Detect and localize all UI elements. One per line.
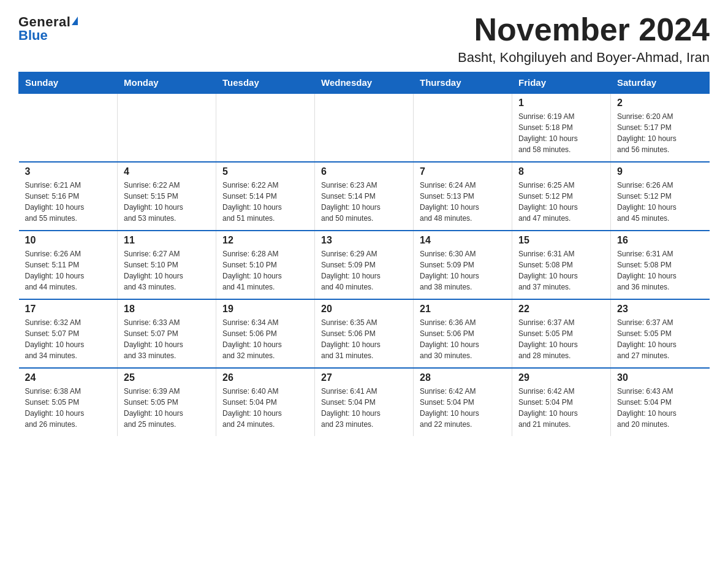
day-info: Sunrise: 6:22 AM Sunset: 5:14 PM Dayligh… bbox=[222, 180, 308, 224]
calendar-cell: 20Sunrise: 6:35 AM Sunset: 5:06 PM Dayli… bbox=[315, 299, 414, 368]
day-number: 19 bbox=[222, 304, 308, 315]
day-number: 1 bbox=[518, 98, 604, 109]
day-info: Sunrise: 6:35 AM Sunset: 5:06 PM Dayligh… bbox=[321, 317, 407, 361]
day-number: 25 bbox=[124, 372, 210, 383]
calendar-cell: 26Sunrise: 6:40 AM Sunset: 5:04 PM Dayli… bbox=[216, 368, 315, 436]
day-number: 17 bbox=[25, 304, 112, 315]
day-number: 21 bbox=[420, 304, 506, 315]
logo-triangle-icon bbox=[72, 17, 78, 25]
day-info: Sunrise: 6:37 AM Sunset: 5:05 PM Dayligh… bbox=[617, 317, 703, 361]
day-number: 29 bbox=[518, 372, 604, 383]
calendar-header: SundayMondayTuesdayWednesdayThursdayFrid… bbox=[19, 72, 710, 94]
day-info: Sunrise: 6:29 AM Sunset: 5:09 PM Dayligh… bbox=[321, 248, 407, 293]
page-title: November 2024 bbox=[458, 12, 710, 47]
day-info: Sunrise: 6:26 AM Sunset: 5:11 PM Dayligh… bbox=[25, 248, 112, 293]
calendar-cell: 29Sunrise: 6:42 AM Sunset: 5:04 PM Dayli… bbox=[512, 368, 611, 436]
calendar-cell: 22Sunrise: 6:37 AM Sunset: 5:05 PM Dayli… bbox=[512, 299, 611, 368]
day-info: Sunrise: 6:21 AM Sunset: 5:16 PM Dayligh… bbox=[25, 180, 112, 224]
day-info: Sunrise: 6:34 AM Sunset: 5:06 PM Dayligh… bbox=[222, 317, 308, 361]
calendar-cell: 24Sunrise: 6:38 AM Sunset: 5:05 PM Dayli… bbox=[19, 368, 118, 436]
calendar-cell bbox=[118, 93, 216, 162]
day-number: 23 bbox=[617, 304, 703, 315]
day-number: 2 bbox=[617, 98, 703, 109]
weekday-header-wednesday: Wednesday bbox=[315, 72, 414, 94]
weekday-header-row: SundayMondayTuesdayWednesdayThursdayFrid… bbox=[19, 72, 710, 94]
calendar-cell bbox=[19, 93, 118, 162]
page-header: General Blue November 2024 Basht, Kohgil… bbox=[18, 12, 710, 66]
calendar-cell: 25Sunrise: 6:39 AM Sunset: 5:05 PM Dayli… bbox=[118, 368, 216, 436]
day-info: Sunrise: 6:31 AM Sunset: 5:08 PM Dayligh… bbox=[617, 248, 703, 293]
calendar-cell bbox=[315, 93, 414, 162]
week-row-5: 24Sunrise: 6:38 AM Sunset: 5:05 PM Dayli… bbox=[19, 368, 710, 436]
calendar-cell: 5Sunrise: 6:22 AM Sunset: 5:14 PM Daylig… bbox=[216, 162, 315, 231]
calendar-cell: 30Sunrise: 6:43 AM Sunset: 5:04 PM Dayli… bbox=[611, 368, 710, 436]
day-info: Sunrise: 6:22 AM Sunset: 5:15 PM Dayligh… bbox=[124, 180, 210, 224]
day-number: 16 bbox=[617, 235, 703, 246]
calendar-cell bbox=[216, 93, 315, 162]
calendar-cell: 21Sunrise: 6:36 AM Sunset: 5:06 PM Dayli… bbox=[414, 299, 512, 368]
calendar-table: SundayMondayTuesdayWednesdayThursdayFrid… bbox=[18, 72, 710, 436]
day-number: 14 bbox=[420, 235, 506, 246]
week-row-4: 17Sunrise: 6:32 AM Sunset: 5:07 PM Dayli… bbox=[19, 299, 710, 368]
day-info: Sunrise: 6:26 AM Sunset: 5:12 PM Dayligh… bbox=[617, 180, 703, 224]
logo: General Blue bbox=[18, 12, 78, 42]
week-row-2: 3Sunrise: 6:21 AM Sunset: 5:16 PM Daylig… bbox=[19, 162, 710, 231]
day-info: Sunrise: 6:36 AM Sunset: 5:06 PM Dayligh… bbox=[420, 317, 506, 361]
day-info: Sunrise: 6:24 AM Sunset: 5:13 PM Dayligh… bbox=[420, 180, 506, 224]
weekday-header-saturday: Saturday bbox=[611, 72, 710, 94]
day-number: 5 bbox=[222, 166, 308, 177]
calendar-cell: 3Sunrise: 6:21 AM Sunset: 5:16 PM Daylig… bbox=[19, 162, 118, 231]
day-info: Sunrise: 6:23 AM Sunset: 5:14 PM Dayligh… bbox=[321, 180, 407, 224]
day-number: 10 bbox=[25, 235, 112, 246]
day-number: 15 bbox=[518, 235, 604, 246]
day-info: Sunrise: 6:33 AM Sunset: 5:07 PM Dayligh… bbox=[124, 317, 210, 361]
weekday-header-tuesday: Tuesday bbox=[216, 72, 315, 94]
day-info: Sunrise: 6:30 AM Sunset: 5:09 PM Dayligh… bbox=[420, 248, 506, 293]
day-number: 4 bbox=[124, 166, 210, 177]
calendar-cell: 19Sunrise: 6:34 AM Sunset: 5:06 PM Dayli… bbox=[216, 299, 315, 368]
day-number: 12 bbox=[222, 235, 308, 246]
calendar-cell: 7Sunrise: 6:24 AM Sunset: 5:13 PM Daylig… bbox=[414, 162, 512, 231]
day-number: 20 bbox=[321, 304, 407, 315]
day-number: 9 bbox=[617, 166, 703, 177]
title-block: November 2024 Basht, Kohgiluyeh and Boye… bbox=[458, 12, 710, 66]
week-row-1: 1Sunrise: 6:19 AM Sunset: 5:18 PM Daylig… bbox=[19, 93, 710, 162]
day-number: 18 bbox=[124, 304, 210, 315]
day-number: 30 bbox=[617, 372, 703, 383]
calendar-cell: 9Sunrise: 6:26 AM Sunset: 5:12 PM Daylig… bbox=[611, 162, 710, 231]
calendar-cell: 2Sunrise: 6:20 AM Sunset: 5:17 PM Daylig… bbox=[611, 93, 710, 162]
day-number: 24 bbox=[25, 372, 112, 383]
calendar-cell bbox=[414, 93, 512, 162]
logo-general-text: General bbox=[18, 15, 70, 29]
day-number: 7 bbox=[420, 166, 506, 177]
day-info: Sunrise: 6:19 AM Sunset: 5:18 PM Dayligh… bbox=[518, 111, 604, 155]
day-info: Sunrise: 6:25 AM Sunset: 5:12 PM Dayligh… bbox=[518, 180, 604, 224]
logo-blue-text: Blue bbox=[18, 29, 48, 42]
day-info: Sunrise: 6:38 AM Sunset: 5:05 PM Dayligh… bbox=[25, 386, 112, 430]
calendar-cell: 23Sunrise: 6:37 AM Sunset: 5:05 PM Dayli… bbox=[611, 299, 710, 368]
day-info: Sunrise: 6:39 AM Sunset: 5:05 PM Dayligh… bbox=[124, 386, 210, 430]
calendar-cell: 15Sunrise: 6:31 AM Sunset: 5:08 PM Dayli… bbox=[512, 231, 611, 299]
weekday-header-sunday: Sunday bbox=[19, 72, 118, 94]
calendar-cell: 8Sunrise: 6:25 AM Sunset: 5:12 PM Daylig… bbox=[512, 162, 611, 231]
day-number: 8 bbox=[518, 166, 604, 177]
calendar-body: 1Sunrise: 6:19 AM Sunset: 5:18 PM Daylig… bbox=[19, 93, 710, 436]
calendar-cell: 12Sunrise: 6:28 AM Sunset: 5:10 PM Dayli… bbox=[216, 231, 315, 299]
day-info: Sunrise: 6:31 AM Sunset: 5:08 PM Dayligh… bbox=[518, 248, 604, 293]
day-info: Sunrise: 6:41 AM Sunset: 5:04 PM Dayligh… bbox=[321, 386, 407, 430]
day-number: 22 bbox=[518, 304, 604, 315]
day-info: Sunrise: 6:27 AM Sunset: 5:10 PM Dayligh… bbox=[124, 248, 210, 293]
week-row-3: 10Sunrise: 6:26 AM Sunset: 5:11 PM Dayli… bbox=[19, 231, 710, 299]
day-info: Sunrise: 6:42 AM Sunset: 5:04 PM Dayligh… bbox=[420, 386, 506, 430]
calendar-cell: 6Sunrise: 6:23 AM Sunset: 5:14 PM Daylig… bbox=[315, 162, 414, 231]
day-number: 13 bbox=[321, 235, 407, 246]
weekday-header-friday: Friday bbox=[512, 72, 611, 94]
day-info: Sunrise: 6:40 AM Sunset: 5:04 PM Dayligh… bbox=[222, 386, 308, 430]
day-number: 28 bbox=[420, 372, 506, 383]
day-info: Sunrise: 6:32 AM Sunset: 5:07 PM Dayligh… bbox=[25, 317, 112, 361]
day-info: Sunrise: 6:42 AM Sunset: 5:04 PM Dayligh… bbox=[518, 386, 604, 430]
day-number: 11 bbox=[124, 235, 210, 246]
calendar-cell: 16Sunrise: 6:31 AM Sunset: 5:08 PM Dayli… bbox=[611, 231, 710, 299]
day-number: 3 bbox=[25, 166, 112, 177]
day-number: 26 bbox=[222, 372, 308, 383]
